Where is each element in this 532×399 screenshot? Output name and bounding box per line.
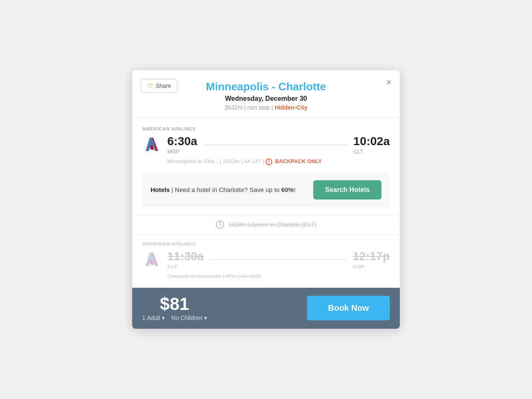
- arrive-airport: CLT: [353, 148, 390, 155]
- depart-airport: MSP: [167, 148, 197, 155]
- flight-line-2: [210, 259, 347, 260]
- warning-icon: !: [266, 159, 272, 165]
- flight-2-times: 11:30a CLT 12:17p GSP: [167, 250, 390, 270]
- hidden-city-tag: Hidden-City: [274, 104, 307, 111]
- arrive-time-2: 12:17p: [353, 250, 390, 263]
- flight-1-section: AMERICAN AIRLINES 6:30a MSP 10:02a CLT: [132, 118, 400, 165]
- share-icon: 🛡: [147, 82, 153, 89]
- flight-2-section: AMERICAN AIRLINES 11:30a CLT 12:17p GSP …: [132, 235, 400, 288]
- flight-1-details: Minneapolis to Cha... | 2h32m | AA 147 |…: [142, 158, 390, 165]
- route-title: Minneapolis - Charlotte: [142, 80, 390, 93]
- close-button[interactable]: ×: [386, 78, 391, 87]
- depart-block: 6:30a MSP: [167, 135, 197, 155]
- chevron-down-icon-2: ▾: [204, 315, 207, 321]
- share-button[interactable]: 🛡 Share: [141, 79, 178, 93]
- flight-2-details: Charlotte to Greenville | 47m | AA 5280: [142, 273, 390, 279]
- flight-modal: 🛡 Share × Minneapolis - Charlotte Wednes…: [132, 70, 400, 329]
- clock-icon: [216, 220, 224, 229]
- flight-line: [203, 145, 348, 145]
- price-section: $81 1 Adult ▾ No Children ▾: [142, 295, 207, 321]
- price-meta: 1 Adult ▾ No Children ▾: [142, 315, 207, 321]
- chevron-down-icon: ▾: [162, 315, 165, 321]
- depart-block-2: 11:30a CLT: [167, 250, 204, 270]
- route-meta: 2h32m | non stop | Hidden-City: [142, 104, 390, 111]
- modal-header: 🛡 Share × Minneapolis - Charlotte Wednes…: [132, 70, 400, 118]
- search-hotels-button[interactable]: Search Hotels: [313, 180, 381, 200]
- flight-2-row: 11:30a CLT 12:17p GSP: [142, 250, 390, 270]
- footer: $81 1 Adult ▾ No Children ▾ Book Now: [132, 288, 400, 329]
- hotels-banner: Hotels | Need a hotel in Charlotte? Save…: [142, 173, 390, 207]
- depart-airport-2: CLT: [167, 263, 204, 270]
- bag-warning: BACKPACK ONLY: [275, 158, 322, 164]
- layover-text: 1h28m Layover in Charlotte (CLT): [228, 221, 317, 228]
- depart-time-2: 11:30a: [167, 250, 204, 263]
- route-date: Wednesday, December 30: [142, 95, 390, 102]
- layover-bar: 1h28m Layover in Charlotte (CLT): [132, 215, 400, 235]
- arrive-block: 10:02a CLT: [353, 135, 390, 155]
- airline-1-logo: [142, 135, 161, 154]
- depart-time: 6:30a: [167, 135, 197, 148]
- airline-1-label: AMERICAN AIRLINES: [142, 126, 390, 131]
- arrive-block-2: 12:17p GSP: [353, 250, 390, 270]
- arrive-airport-2: GSP: [353, 263, 390, 270]
- airline-2-logo: [142, 250, 161, 269]
- price-amount: $81: [142, 295, 207, 313]
- flight-1-times: 6:30a MSP 10:02a CLT: [167, 135, 390, 155]
- arrive-time: 10:02a: [353, 135, 390, 148]
- children-selector[interactable]: No Children ▾: [171, 315, 207, 321]
- flight-1-row: 6:30a MSP 10:02a CLT: [142, 135, 390, 155]
- book-now-button[interactable]: Book Now: [307, 296, 390, 320]
- hotels-text: Hotels | Need a hotel in Charlotte? Save…: [151, 186, 296, 193]
- airline-2-label: AMERICAN AIRLINES: [142, 241, 390, 246]
- adults-selector[interactable]: 1 Adult ▾: [142, 315, 165, 321]
